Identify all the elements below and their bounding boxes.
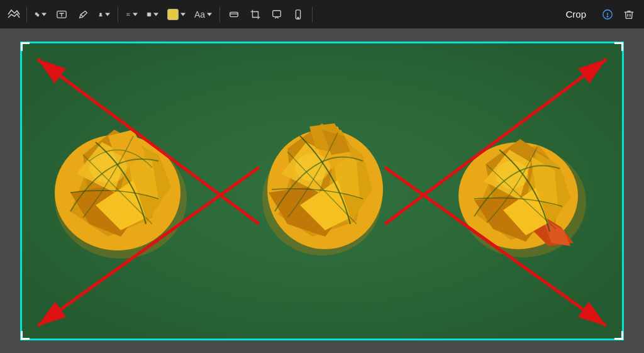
photo-canvas [20,42,624,340]
color-dropdown[interactable] [164,6,189,23]
trash-icon[interactable] [619,4,639,25]
color-swatch [167,9,179,20]
logo-icon[interactable] [5,6,23,23]
svg-rect-8 [148,13,150,14]
comment-icon[interactable] [267,4,287,25]
svg-point-12 [297,17,299,18]
stamp-dropdown[interactable] [94,9,114,20]
card-icon[interactable] [224,4,244,25]
frame-dropdown[interactable] [143,9,162,20]
crop-button[interactable]: Crop [555,6,596,23]
layers-dropdown[interactable] [31,9,50,20]
svg-point-3 [99,13,101,14]
toolbar: Aa Crop [0,0,644,29]
separator-1 [26,7,27,22]
svg-rect-1 [37,14,39,16]
photo-content [20,42,624,340]
svg-rect-10 [273,10,281,16]
phone-icon[interactable] [288,4,308,25]
text-icon[interactable] [52,4,72,25]
svg-point-14 [607,16,608,16]
font-dropdown[interactable]: Aa [191,7,216,22]
canvas-area [0,29,644,353]
crop-tool-icon[interactable] [245,4,265,25]
separator-2 [118,7,118,22]
svg-rect-9 [230,12,238,16]
separator-3 [219,7,220,22]
alert-icon[interactable] [597,4,618,25]
pencil-icon[interactable] [73,4,93,25]
separator-4 [312,7,313,22]
align-dropdown[interactable] [122,9,142,20]
image-frame [20,42,624,340]
